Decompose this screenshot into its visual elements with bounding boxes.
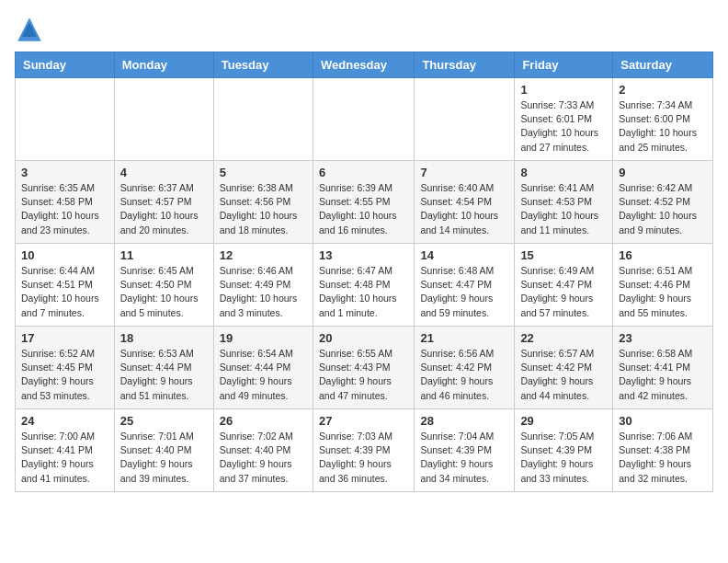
day-info: Sunrise: 6:49 AM Sunset: 4:47 PM Dayligh… [520,264,607,320]
day-info: Sunrise: 7:33 AM Sunset: 6:01 PM Dayligh… [520,98,607,155]
calendar-cell-3-4: 13Sunrise: 6:47 AM Sunset: 4:48 PM Dayli… [313,244,414,327]
calendar-cell-2-4: 6Sunrise: 6:39 AM Sunset: 4:55 PM Daylig… [313,161,414,244]
calendar-cell-1-3 [213,78,313,161]
day-number: 26 [220,414,307,428]
day-number: 21 [420,331,508,345]
day-info: Sunrise: 7:00 AM Sunset: 4:41 PM Dayligh… [21,430,108,486]
calendar-cell-2-7: 9Sunrise: 6:42 AM Sunset: 4:52 PM Daylig… [613,161,713,244]
calendar-cell-4-4: 20Sunrise: 6:55 AM Sunset: 4:43 PM Dayli… [313,327,414,409]
calendar-header-thursday: Thursday [415,52,515,78]
calendar-header-tuesday: Tuesday [213,52,313,78]
calendar-header-row: SundayMondayTuesdayWednesdayThursdayFrid… [16,52,713,78]
calendar-cell-4-1: 17Sunrise: 6:52 AM Sunset: 4:45 PM Dayli… [16,327,115,409]
calendar-cell-2-6: 8Sunrise: 6:41 AM Sunset: 4:53 PM Daylig… [515,161,613,244]
day-number: 18 [120,331,208,345]
day-number: 28 [420,414,508,428]
day-number: 12 [220,248,307,262]
day-number: 15 [520,248,607,262]
calendar-cell-2-5: 7Sunrise: 6:40 AM Sunset: 4:54 PM Daylig… [415,161,515,244]
day-info: Sunrise: 6:48 AM Sunset: 4:47 PM Dayligh… [420,264,508,320]
calendar: SundayMondayTuesdayWednesdayThursdayFrid… [15,52,713,492]
day-number: 22 [520,331,607,345]
calendar-cell-4-5: 21Sunrise: 6:56 AM Sunset: 4:42 PM Dayli… [415,327,515,409]
day-info: Sunrise: 6:40 AM Sunset: 4:54 PM Dayligh… [420,181,508,237]
day-info: Sunrise: 7:02 AM Sunset: 4:40 PM Dayligh… [220,430,307,486]
day-number: 2 [619,83,707,97]
calendar-week-3: 10Sunrise: 6:44 AM Sunset: 4:51 PM Dayli… [16,244,713,327]
day-info: Sunrise: 6:41 AM Sunset: 4:53 PM Dayligh… [520,181,607,237]
day-number: 11 [120,248,208,262]
calendar-header-saturday: Saturday [613,52,713,78]
calendar-cell-1-7: 2Sunrise: 7:34 AM Sunset: 6:00 PM Daylig… [613,78,713,161]
calendar-week-1: 1Sunrise: 7:33 AM Sunset: 6:01 PM Daylig… [16,78,713,161]
calendar-cell-3-5: 14Sunrise: 6:48 AM Sunset: 4:47 PM Dayli… [415,244,515,327]
day-info: Sunrise: 6:45 AM Sunset: 4:50 PM Dayligh… [120,264,208,320]
calendar-cell-3-1: 10Sunrise: 6:44 AM Sunset: 4:51 PM Dayli… [16,244,115,327]
day-info: Sunrise: 6:35 AM Sunset: 4:58 PM Dayligh… [21,181,108,237]
calendar-cell-5-5: 28Sunrise: 7:04 AM Sunset: 4:39 PM Dayli… [415,409,515,492]
calendar-cell-1-6: 1Sunrise: 7:33 AM Sunset: 6:01 PM Daylig… [515,78,613,161]
day-info: Sunrise: 6:58 AM Sunset: 4:41 PM Dayligh… [619,347,707,403]
calendar-header-monday: Monday [114,52,213,78]
day-info: Sunrise: 6:55 AM Sunset: 4:43 PM Dayligh… [319,347,408,403]
day-number: 30 [619,414,707,428]
day-info: Sunrise: 7:03 AM Sunset: 4:39 PM Dayligh… [319,430,408,486]
day-info: Sunrise: 6:38 AM Sunset: 4:56 PM Dayligh… [220,181,307,237]
calendar-cell-3-6: 15Sunrise: 6:49 AM Sunset: 4:47 PM Dayli… [515,244,613,327]
calendar-cell-1-2 [114,78,213,161]
calendar-cell-5-2: 25Sunrise: 7:01 AM Sunset: 4:40 PM Dayli… [114,409,213,492]
day-number: 3 [21,166,108,179]
logo-icon [15,15,44,44]
day-number: 23 [619,331,707,345]
day-number: 4 [120,166,208,179]
calendar-cell-3-7: 16Sunrise: 6:51 AM Sunset: 4:46 PM Dayli… [613,244,713,327]
day-info: Sunrise: 6:52 AM Sunset: 4:45 PM Dayligh… [21,347,108,403]
calendar-week-4: 17Sunrise: 6:52 AM Sunset: 4:45 PM Dayli… [16,327,713,409]
day-number: 6 [319,166,408,179]
day-number: 5 [220,166,307,179]
day-info: Sunrise: 6:39 AM Sunset: 4:55 PM Dayligh… [319,181,408,237]
day-number: 17 [21,331,108,345]
calendar-cell-4-6: 22Sunrise: 6:57 AM Sunset: 4:42 PM Dayli… [515,327,613,409]
day-info: Sunrise: 6:51 AM Sunset: 4:46 PM Dayligh… [619,264,707,320]
day-info: Sunrise: 7:01 AM Sunset: 4:40 PM Dayligh… [120,430,208,486]
calendar-cell-1-5 [415,78,515,161]
day-info: Sunrise: 6:46 AM Sunset: 4:49 PM Dayligh… [220,264,307,320]
day-number: 27 [319,414,408,428]
day-info: Sunrise: 6:56 AM Sunset: 4:42 PM Dayligh… [420,347,508,403]
day-number: 8 [520,166,607,179]
calendar-cell-5-1: 24Sunrise: 7:00 AM Sunset: 4:41 PM Dayli… [16,409,115,492]
calendar-cell-1-4 [313,78,414,161]
day-number: 29 [520,414,607,428]
calendar-week-5: 24Sunrise: 7:00 AM Sunset: 4:41 PM Dayli… [16,409,713,492]
day-number: 13 [319,248,408,262]
day-info: Sunrise: 6:53 AM Sunset: 4:44 PM Dayligh… [120,347,208,403]
day-info: Sunrise: 6:42 AM Sunset: 4:52 PM Dayligh… [619,181,707,237]
calendar-cell-2-2: 4Sunrise: 6:37 AM Sunset: 4:57 PM Daylig… [114,161,213,244]
day-number: 16 [619,248,707,262]
day-number: 24 [21,414,108,428]
calendar-cell-1-1 [16,78,115,161]
calendar-cell-4-3: 19Sunrise: 6:54 AM Sunset: 4:44 PM Dayli… [213,327,313,409]
calendar-cell-2-3: 5Sunrise: 6:38 AM Sunset: 4:56 PM Daylig… [213,161,313,244]
calendar-cell-3-3: 12Sunrise: 6:46 AM Sunset: 4:49 PM Dayli… [213,244,313,327]
day-info: Sunrise: 6:54 AM Sunset: 4:44 PM Dayligh… [220,347,307,403]
calendar-cell-5-6: 29Sunrise: 7:05 AM Sunset: 4:39 PM Dayli… [515,409,613,492]
calendar-header-friday: Friday [515,52,613,78]
calendar-header-wednesday: Wednesday [313,52,414,78]
day-number: 9 [619,166,707,179]
calendar-cell-4-7: 23Sunrise: 6:58 AM Sunset: 4:41 PM Dayli… [613,327,713,409]
calendar-cell-3-2: 11Sunrise: 6:45 AM Sunset: 4:50 PM Dayli… [114,244,213,327]
day-info: Sunrise: 7:34 AM Sunset: 6:00 PM Dayligh… [619,98,707,155]
day-number: 25 [120,414,208,428]
day-number: 10 [21,248,108,262]
calendar-header-sunday: Sunday [16,52,115,78]
day-number: 20 [319,331,408,345]
calendar-cell-5-4: 27Sunrise: 7:03 AM Sunset: 4:39 PM Dayli… [313,409,414,492]
day-info: Sunrise: 7:04 AM Sunset: 4:39 PM Dayligh… [420,430,508,486]
day-number: 14 [420,248,508,262]
page-header [15,15,713,44]
day-info: Sunrise: 7:05 AM Sunset: 4:39 PM Dayligh… [520,430,607,486]
calendar-cell-5-3: 26Sunrise: 7:02 AM Sunset: 4:40 PM Dayli… [213,409,313,492]
calendar-cell-5-7: 30Sunrise: 7:06 AM Sunset: 4:38 PM Dayli… [613,409,713,492]
